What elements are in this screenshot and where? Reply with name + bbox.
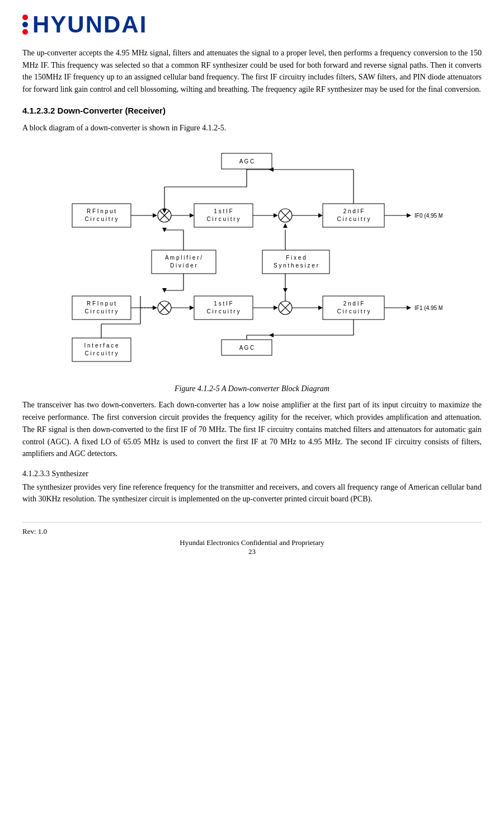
svg-rect-36 xyxy=(152,250,216,274)
svg-marker-87 xyxy=(269,333,274,337)
svg-text:2 n d  I F: 2 n d I F xyxy=(343,208,364,214)
svg-marker-16 xyxy=(274,213,278,218)
svg-rect-72 xyxy=(72,338,131,361)
svg-text:2 n d  I F: 2 n d I F xyxy=(343,300,364,307)
revision-label: Rev: 1.0 xyxy=(22,527,482,536)
svg-rect-22 xyxy=(323,204,384,227)
logo-dot-blue1 xyxy=(22,22,28,27)
svg-text:A m p l i f i e r /: A m p l i f i e r / xyxy=(164,255,201,261)
paragraph-heading-synthesizer: 4.1.2.3.3 Synthesizer xyxy=(22,468,482,480)
svg-marker-26 xyxy=(407,213,411,218)
intro-text: A block diagram of a down-converter is s… xyxy=(22,122,482,134)
svg-rect-47 xyxy=(72,296,131,320)
svg-text:F i x e d: F i x e d xyxy=(286,255,306,261)
header-logo: HYUNDAI xyxy=(22,11,482,38)
diagram-wrapper: A G C R F I n p u t C i r c u i t r y 1 … xyxy=(62,145,442,380)
svg-rect-57 xyxy=(194,296,253,320)
svg-rect-2 xyxy=(72,204,131,227)
svg-text:1 s t  I F: 1 s t I F xyxy=(214,208,232,214)
svg-text:C i r c u i t r y: C i r c u i t r y xyxy=(337,308,370,314)
logo-dot-red1 xyxy=(22,15,28,20)
svg-marker-6 xyxy=(153,213,157,218)
svg-rect-12 xyxy=(194,204,253,227)
figure-caption: Figure 4.1.2-5 A Down-converter Block Di… xyxy=(175,384,329,393)
svg-text:C i r c u i t r y: C i r c u i t r y xyxy=(84,216,117,222)
page-number: 23 xyxy=(248,547,256,556)
svg-text:1 s t  I F: 1 s t I F xyxy=(214,300,232,307)
svg-marker-61 xyxy=(274,306,278,310)
svg-text:C i r c u i t r y: C i r c u i t r y xyxy=(206,308,239,314)
svg-text:C i r c u i t r y: C i r c u i t r y xyxy=(206,216,239,222)
section-heading: 4.1.2.3.2 Down-Converter (Receiver) xyxy=(22,106,482,115)
logo-text: HYUNDAI xyxy=(32,11,147,38)
intro-paragraph: The up-converter accepts the 4.95 MHz si… xyxy=(22,47,482,96)
svg-text:R F  I n p u t: R F I n p u t xyxy=(86,208,115,214)
svg-marker-51 xyxy=(153,306,157,310)
svg-marker-21 xyxy=(318,213,323,218)
figure-container: A G C R F I n p u t C i r c u i t r y 1 … xyxy=(22,145,482,393)
svg-rect-67 xyxy=(323,296,384,320)
svg-marker-46 xyxy=(283,223,288,228)
footer-confidential: Hyundai Electronics Confidential and Pro… xyxy=(180,538,324,547)
if0-label: IF0 (4.95 M H z) xyxy=(414,213,442,219)
svg-text:R F  I n p u t: R F I n p u t xyxy=(86,300,115,307)
paragraph-after-1: The transceiver has two down-converters.… xyxy=(22,399,482,459)
block-diagram: A G C R F I n p u t C i r c u i t r y 1 … xyxy=(62,145,442,386)
svg-marker-56 xyxy=(190,306,194,310)
svg-text:A G C: A G C xyxy=(239,158,254,165)
page-footer: Rev: 1.0 Hyundai Electronics Confidentia… xyxy=(22,522,482,556)
logo-dots xyxy=(22,15,28,35)
if1-label: IF1 (4.95 M H z) xyxy=(414,305,442,311)
paragraph-after-2: The synthesizer provides very fine refer… xyxy=(22,481,482,505)
svg-rect-42 xyxy=(262,250,329,274)
svg-marker-66 xyxy=(318,306,323,310)
svg-marker-89 xyxy=(283,288,288,293)
svg-marker-11 xyxy=(190,213,194,218)
svg-text:D i v i d e r: D i v i d e r xyxy=(170,262,197,269)
svg-text:I n t e r f a c e: I n t e r f a c e xyxy=(84,342,119,349)
svg-text:C i r c u i t r y: C i r c u i t r y xyxy=(84,308,117,314)
svg-text:A G C: A G C xyxy=(239,345,254,351)
svg-text:C i r c u i t r y: C i r c u i t r y xyxy=(337,216,370,222)
svg-marker-71 xyxy=(407,306,411,310)
svg-text:S y n t h e s i z e r: S y n t h e s i z e r xyxy=(273,262,318,269)
logo-dot-red2 xyxy=(22,29,28,35)
svg-text:C i r c u i t r y: C i r c u i t r y xyxy=(84,350,117,356)
